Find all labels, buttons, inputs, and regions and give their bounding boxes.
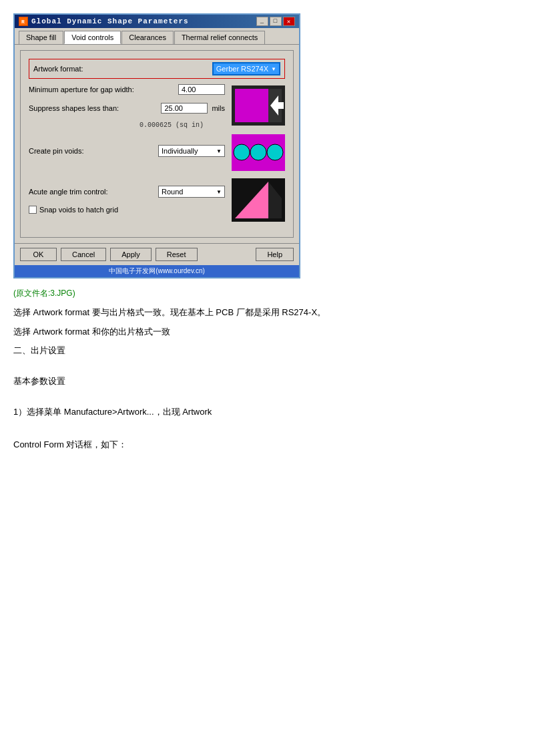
suppress-label: Suppress shapes less than:: [29, 104, 119, 112]
pin-voids-arrow: ▼: [216, 148, 222, 154]
pin-voids-section: Create pin voids: Individually ▼: [29, 134, 285, 173]
acute-row: Acute angle trim control: Round ▼: [29, 186, 225, 198]
pin-voids-label: Create pin voids:: [29, 147, 84, 155]
reset-button[interactable]: Reset: [156, 248, 198, 261]
snap-checkbox[interactable]: [29, 206, 37, 214]
close-button[interactable]: ✕: [283, 17, 295, 26]
sqin-label: 0.000625 (sq in): [29, 122, 225, 129]
section-title: 二、出片设置: [13, 344, 521, 358]
tab-thermal-relief[interactable]: Thermal relief connects: [174, 31, 265, 44]
title-bar-left: R Global Dynamic Shape Parameters: [19, 17, 189, 26]
min-aperture-input[interactable]: [178, 84, 225, 95]
ok-button[interactable]: OK: [20, 248, 57, 261]
step1-para: 1）选择菜单 Manufacture>Artwork...，出现 Artwork: [13, 405, 521, 419]
control-form-para: Control Form 对话框，如下：: [13, 438, 521, 452]
page-wrapper: R Global Dynamic Shape Parameters _ □ ✕ …: [13, 13, 521, 452]
mils-label: mils: [212, 104, 225, 112]
tab-clearances[interactable]: Clearances: [121, 31, 174, 44]
acute-section: Acute angle trim control: Round ▼ Snap v…: [29, 178, 285, 224]
acute-value: Round: [162, 188, 183, 196]
section2-title: 基本参数设置: [13, 375, 521, 389]
status-bar: 中国电子开发网(www.ourdev.cn): [15, 265, 299, 277]
suppress-preview-svg: [232, 85, 285, 126]
svg-point-7: [267, 144, 283, 160]
min-suppress-section: Minimum aperture for gap width: Suppress…: [29, 84, 285, 129]
cancel-button[interactable]: Cancel: [61, 248, 106, 261]
below-content: (原文件名:3.JPG) 选择 Artwork format 要与出片格式一致。…: [13, 287, 521, 452]
file-link-para: (原文件名:3.JPG): [13, 287, 521, 301]
dialog-content: Artwork format: Gerber RS274X ▼ Minimum …: [15, 44, 299, 243]
maximize-button[interactable]: □: [270, 17, 282, 26]
acute-preview-svg: [232, 178, 285, 222]
pin-voids-value: Individually: [162, 147, 198, 155]
svg-point-6: [250, 144, 266, 160]
suppress-input[interactable]: [161, 103, 208, 114]
title-bar: R Global Dynamic Shape Parameters _ □ ✕: [15, 15, 299, 28]
snap-label: Snap voids to hatch grid: [39, 206, 118, 214]
pin-voids-fields: Create pin voids: Individually ▼: [29, 145, 225, 162]
min-aperture-row: Minimum aperture for gap width:: [29, 84, 225, 95]
snap-row: Snap voids to hatch grid: [29, 206, 225, 214]
dialog-window: R Global Dynamic Shape Parameters _ □ ✕ …: [13, 13, 300, 278]
artwork-format-select[interactable]: Gerber RS274X ▼: [212, 62, 280, 75]
section2-title-text: 基本参数设置: [13, 376, 65, 386]
min-aperture-label: Minimum aperture for gap width:: [29, 85, 134, 93]
apply-button[interactable]: Apply: [110, 248, 152, 261]
help-button[interactable]: Help: [256, 248, 294, 261]
dialog-buttons: OK Cancel Apply Reset Help: [15, 243, 299, 265]
min-suppress-fields: Minimum aperture for gap width: Suppress…: [29, 84, 225, 129]
line1-para: 选择 Artwork format 要与出片格式一致。现在基本上 PCB 厂都是…: [13, 306, 521, 320]
status-text: 中国电子开发网(www.ourdev.cn): [109, 267, 205, 274]
acute-select[interactable]: Round ▼: [158, 186, 225, 198]
line2-text: 选择 Artwork format 和你的出片格式一致: [13, 327, 170, 337]
artwork-label: Artwork format:: [33, 65, 83, 73]
artwork-format-value: Gerber RS274X: [216, 65, 268, 73]
acute-arrow: ▼: [216, 189, 222, 195]
app-icon: R: [19, 17, 28, 26]
step1-text: 1）选择菜单 Manufacture>Artwork...，出现 Artwork: [13, 407, 212, 417]
line1-text: 选择 Artwork format 要与出片格式一致。现在基本上 PCB 厂都是…: [13, 307, 326, 317]
acute-preview: [232, 178, 285, 224]
left-buttons: OK Cancel Apply Reset: [20, 248, 198, 261]
artwork-format-row: Artwork format: Gerber RS274X ▼: [29, 59, 285, 79]
svg-point-5: [234, 144, 250, 160]
tab-shape-fill[interactable]: Shape fill: [19, 31, 63, 44]
section-title-text: 二、出片设置: [13, 345, 65, 355]
suppress-preview: [232, 85, 285, 128]
window-title: Global Dynamic Shape Parameters: [31, 17, 189, 25]
acute-label: Acute angle trim control:: [29, 188, 108, 196]
pin-voids-row: Create pin voids: Individually ▼: [29, 145, 225, 157]
pin-voids-select[interactable]: Individually ▼: [158, 145, 225, 157]
tab-bar: Shape fill Void controls Clearances Ther…: [15, 28, 299, 44]
control-form-text: Control Form 对话框，如下：: [13, 439, 127, 449]
title-buttons: _ □ ✕: [256, 17, 295, 26]
line2-para: 选择 Artwork format 和你的出片格式一致: [13, 325, 521, 339]
suppress-row: Suppress shapes less than: mils: [29, 103, 225, 114]
acute-fields: Acute angle trim control: Round ▼ Snap v…: [29, 186, 225, 216]
minimize-button[interactable]: _: [256, 17, 268, 26]
dialog-inner: Artwork format: Gerber RS274X ▼ Minimum …: [20, 50, 294, 238]
file-link[interactable]: (原文件名:3.JPG): [13, 289, 75, 298]
tab-void-controls[interactable]: Void controls: [64, 31, 121, 44]
svg-rect-1: [235, 89, 268, 122]
artwork-dropdown-arrow: ▼: [271, 66, 276, 72]
pin-voids-preview-svg: [232, 134, 285, 171]
pin-voids-preview: [232, 134, 285, 173]
